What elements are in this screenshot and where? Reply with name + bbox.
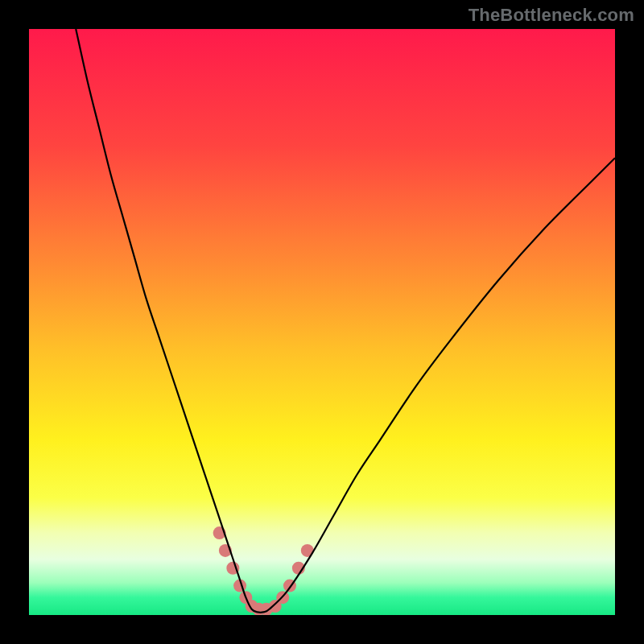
chart-frame: TheBottleneck.com	[0, 0, 644, 644]
plot-area	[29, 29, 615, 615]
watermark-text: TheBottleneck.com	[469, 5, 634, 26]
curve-layer	[29, 29, 615, 615]
